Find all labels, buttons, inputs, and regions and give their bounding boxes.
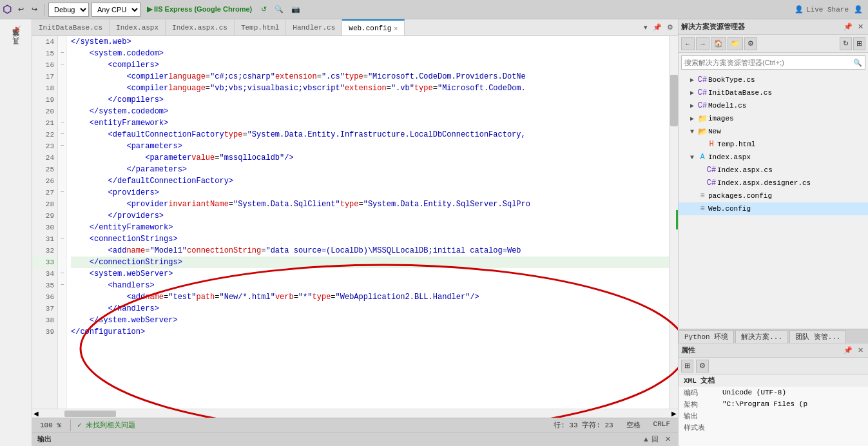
tab-webconfig[interactable]: Web.config ✕ <box>342 19 405 36</box>
tree-indexaspxdesigner[interactable]: C# Index.aspx.designer.cs <box>679 177 868 189</box>
se-pin-button[interactable]: 📌 <box>842 22 854 32</box>
fold-21[interactable]: − <box>58 117 66 129</box>
se-filter-button[interactable]: ⊞ <box>853 37 865 50</box>
debug-dropdown[interactable]: Debug <box>48 3 89 17</box>
horizontal-scrollbar[interactable]: ◀ ▶ <box>32 409 678 418</box>
line-24: 24 <box>32 152 58 164</box>
tree-expand-new[interactable]: ▼ <box>688 128 697 135</box>
code-line-19: </compilers> <box>71 94 669 106</box>
code-line-22: <defaultConnectionFactory type="System.D… <box>71 129 669 141</box>
se-sync-button[interactable]: ↻ <box>840 37 852 50</box>
screenshot-button[interactable]: 📷 <box>289 4 303 15</box>
props-pin-button[interactable]: 📌 <box>842 345 854 355</box>
tree-temphtml[interactable]: H Temp.html <box>679 138 868 151</box>
account-button[interactable]: 👤 <box>851 4 865 15</box>
editor-tabs: InitDataBase.cs Index.aspx Index.aspx.cs… <box>32 19 678 36</box>
line-21: 21 <box>32 117 58 129</box>
refresh-button[interactable]: ↺ <box>258 4 269 15</box>
tabs-dropdown-button[interactable]: ▾ <box>642 23 650 32</box>
se-search-input[interactable] <box>684 59 853 66</box>
tree-expand-booktype[interactable]: ▶ <box>688 76 697 84</box>
se-search-icon: 🔍 <box>853 59 862 67</box>
se-back-button[interactable]: ← <box>681 37 695 50</box>
undo-button[interactable]: ↩ <box>15 4 26 15</box>
tabs-pin-button[interactable]: 📌 <box>651 23 664 32</box>
tree-expand-model1[interactable]: ▶ <box>688 102 697 110</box>
config-icon: ≡ <box>697 190 708 202</box>
code-line-21: <entityFramework> <box>71 117 669 129</box>
h-scroll-left[interactable]: ◀ <box>34 410 39 417</box>
tab-temphtml[interactable]: Temp.html <box>235 19 286 36</box>
redo-button[interactable]: ↪ <box>29 4 40 15</box>
tree-expand-initdb[interactable]: ▶ <box>688 89 697 97</box>
output-close-button[interactable]: ✕ <box>663 434 673 445</box>
status-sep <box>70 420 71 431</box>
tree-model1[interactable]: ▶ C# Model1.cs <box>679 99 868 112</box>
tab-label-webconfig: Web.config <box>349 24 391 32</box>
line-39: 39 <box>32 326 58 338</box>
fold-23[interactable]: − <box>58 141 66 152</box>
fold-15[interactable]: − <box>58 48 66 59</box>
tree-packages[interactable]: ≡ packages.config <box>679 189 868 202</box>
props-toolbar: ⊞ ⚙ <box>679 358 868 374</box>
tab-python-env[interactable]: Python 环境 <box>679 330 734 343</box>
fold-31[interactable]: − <box>58 233 66 245</box>
se-forward-button[interactable]: → <box>696 37 709 50</box>
h-scroll-right[interactable]: ▶ <box>671 410 677 417</box>
tree-initdatabase[interactable]: ▶ C# InitDataBase.cs <box>679 86 868 99</box>
fold-27[interactable]: − <box>58 187 66 199</box>
se-folder-button[interactable]: 📁 <box>728 37 743 50</box>
fold-34[interactable]: − <box>58 268 66 280</box>
tab-close-webconfig[interactable]: ✕ <box>394 24 398 32</box>
html-icon: H <box>706 139 717 150</box>
line-19: 19 <box>32 94 58 106</box>
props-grid-button[interactable]: ⊞ <box>681 360 693 373</box>
vs-icon: ⬡ <box>3 3 12 16</box>
toolbox-pin-button[interactable]: 📌 <box>10 22 21 38</box>
props-settings-button[interactable]: ⚙ <box>696 360 709 373</box>
tree-expand-indexaspx[interactable]: ▼ <box>688 154 697 161</box>
se-close-button[interactable]: ✕ <box>856 22 865 32</box>
cpu-dropdown[interactable]: Any CPU <box>92 3 140 17</box>
tab-indexaspxcs[interactable]: Index.aspx.cs <box>166 19 235 36</box>
tab-indexaspx[interactable]: Index.aspx <box>110 19 166 36</box>
line-15: 15 <box>32 48 58 59</box>
code-line-29: </providers> <box>71 210 669 222</box>
toolbox-label[interactable]: 将某项 <box>10 38 22 46</box>
output-pin-button[interactable]: ▲ 固 <box>641 434 661 445</box>
tab-team[interactable]: 团队 资管... <box>789 330 846 343</box>
tree-indexaspx[interactable]: ▼ A Index.aspx <box>679 151 868 164</box>
code-content[interactable]: </system.web> <system.codedom> <compiler… <box>67 36 669 409</box>
solution-tree[interactable]: ▶ C# BookType.cs ▶ C# InitDataBase.cs ▶ … <box>679 72 868 329</box>
props-key-3: 样式表 <box>684 423 722 432</box>
toolbar-sep-1 <box>44 4 44 15</box>
h-scroll-thumb[interactable] <box>64 411 116 417</box>
tree-indexaspxcs[interactable]: C# Index.aspx.cs <box>679 164 868 177</box>
cs-icon: C# <box>697 74 708 86</box>
fold-22[interactable]: − <box>58 129 66 141</box>
se-settings-button[interactable]: ⚙ <box>744 37 757 50</box>
toolbox-tools-label[interactable]: 工具 <box>10 46 22 53</box>
props-close-button[interactable]: ✕ <box>856 345 865 355</box>
run-button[interactable]: ▶ IIS Express (Google Chrome) <box>143 4 256 15</box>
vertical-scrollbar[interactable] <box>669 36 678 409</box>
tree-webconfig[interactable]: ≡ Web.config <box>679 202 868 215</box>
line-17: 17 <box>32 71 58 82</box>
search-button[interactable]: 🔍 <box>272 4 286 15</box>
fold-16[interactable]: − <box>58 59 66 71</box>
tab-initdatabase[interactable]: InitDataBase.cs <box>32 19 110 36</box>
tree-expand-images[interactable]: ▶ <box>688 115 697 122</box>
tree-images[interactable]: ▶ 📁 images <box>679 112 868 125</box>
tree-booktype[interactable]: ▶ C# BookType.cs <box>679 73 868 86</box>
props-title: 属性 <box>681 345 695 355</box>
tree-new-folder[interactable]: ▼ 📂 New <box>679 125 868 138</box>
tabs-settings-button[interactable]: ⚙ <box>665 23 675 32</box>
line-29: 29 <box>32 210 58 222</box>
tab-solution[interactable]: 解决方案... <box>735 330 788 343</box>
se-home-button[interactable]: 🏠 <box>711 37 726 50</box>
code-line-14: </system.web> <box>71 36 669 48</box>
tree-label-new: New <box>708 128 721 135</box>
v-scroll-thumb[interactable] <box>670 75 678 126</box>
fold-35[interactable]: − <box>58 280 66 291</box>
tab-handlercs[interactable]: Handler.cs <box>286 19 342 36</box>
